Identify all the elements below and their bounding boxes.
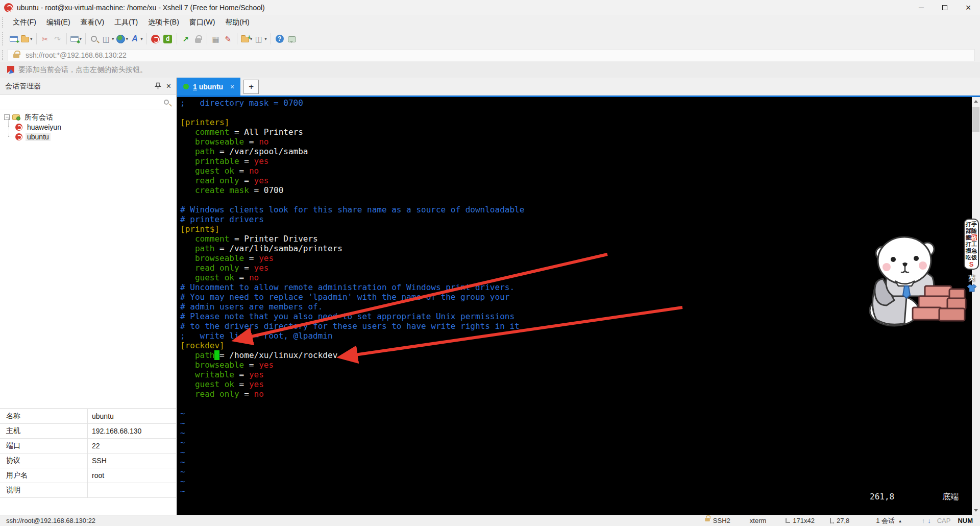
menu-item-5[interactable]: 窗口(W) <box>184 16 220 29</box>
layout-icon[interactable]: ◫▾ <box>101 32 115 46</box>
scroll-down-icon[interactable] <box>972 507 980 515</box>
property-row: 主机192.168.68.130 <box>0 424 176 439</box>
menu-item-4[interactable]: 选项卡(B) <box>143 16 184 29</box>
minimize-button[interactable]: ─ <box>910 0 933 15</box>
session-properties-icon[interactable]: ▾ <box>69 32 83 46</box>
terminal-line: printable = yes <box>180 156 524 166</box>
session-search-input[interactable] <box>3 96 164 108</box>
terminal-line: ~ <box>180 418 524 428</box>
lock-screen-icon <box>195 38 201 43</box>
help-icon: ? <box>276 35 284 43</box>
info-bar: 要添加当前会话，点击左侧的箭头按钮。 <box>0 62 980 78</box>
tree-node-label: huaweiyun <box>26 123 63 131</box>
maximize-button[interactable] <box>933 0 957 15</box>
terminal-line: ~ <box>180 467 524 476</box>
toolbar-separator <box>85 33 86 44</box>
message-icon[interactable] <box>286 32 298 46</box>
terminal-line: # You may need to replace 'lpadmin' with… <box>180 292 524 302</box>
menu-item-3[interactable]: 工具(T) <box>109 16 143 29</box>
terminal-line: # to the drivers directory for these use… <box>180 321 524 331</box>
pin-icon[interactable] <box>155 82 161 90</box>
tab-close-icon[interactable]: × <box>230 83 234 91</box>
property-value[interactable]: ubuntu <box>88 412 176 420</box>
panel-close-icon[interactable]: × <box>166 82 171 91</box>
tree-expander-icon[interactable]: − <box>4 114 10 120</box>
terminal-line: ~ <box>180 486 524 496</box>
menu-item-6[interactable]: 帮助(H) <box>220 16 254 29</box>
maximize-icon <box>942 5 947 10</box>
property-value[interactable]: SSH <box>88 457 176 465</box>
undo-icon: ↷ <box>53 34 62 43</box>
menu-item-2[interactable]: 查看(V) <box>76 16 110 29</box>
xshell-app-icon <box>4 3 13 12</box>
session-manager-title: 会话管理器 <box>5 82 41 91</box>
help-icon[interactable]: ? <box>274 32 286 46</box>
tree-node-all-sessions[interactable]: − 所有会话 <box>0 112 176 122</box>
status-session-count[interactable]: 1 会话 ▴ <box>876 516 901 525</box>
lock-screen-icon[interactable] <box>192 32 204 46</box>
xshell-window: ubuntu - root@xu-virtual-machine: /home/… <box>0 0 980 526</box>
terminal-line: [print$] <box>180 224 524 234</box>
terminal-line: browseable = no <box>180 137 524 147</box>
terminal-line: comment = Printer Drivers <box>180 234 524 244</box>
close-button[interactable]: × <box>957 0 980 15</box>
cut-icon[interactable]: ✂ <box>39 32 52 46</box>
status-cursor-position: 27,8 <box>830 517 849 524</box>
terminal-line: guest ok = yes <box>180 379 524 389</box>
terminal-line: ~ <box>180 409 524 418</box>
font-icon[interactable]: A▾ <box>129 32 144 46</box>
download-arrow-icon: ↓ <box>927 517 931 524</box>
web-browser-icon[interactable]: ▾ <box>115 32 130 46</box>
terminal-line: # admin users are members of. <box>180 302 524 312</box>
find-icon <box>91 36 97 42</box>
terminal-line: path = /var/spool/samba <box>180 147 524 156</box>
chevron-up-icon: ▴ <box>899 518 901 523</box>
new-folder-icon[interactable]: ▾ <box>240 32 254 46</box>
tab-ubuntu[interactable]: 1 ubuntu × <box>177 78 240 95</box>
terminal-line <box>180 399 524 409</box>
compose-pen-icon[interactable]: ✎ <box>222 32 234 46</box>
scrollbar-thumb[interactable] <box>972 107 979 132</box>
open-folder-icon[interactable]: ▾ <box>20 32 34 46</box>
terminal-line: read only = no <box>180 389 524 399</box>
undo-icon[interactable]: ↷ <box>52 32 64 46</box>
toolbar-separator <box>66 33 67 44</box>
property-value[interactable]: root <box>88 471 176 480</box>
search-icon[interactable] <box>164 100 169 105</box>
scroll-up-icon[interactable] <box>972 97 980 105</box>
terminal-scrollbar[interactable] <box>972 97 980 515</box>
tree-node-ubuntu[interactable]: ubuntu <box>15 132 176 141</box>
terminal-line: create mask = 0700 <box>180 185 524 195</box>
new-tab-button[interactable]: + <box>243 80 259 94</box>
cut-icon: ✂ <box>41 34 50 43</box>
property-key: 端口 <box>0 439 88 453</box>
add-session-flag-icon[interactable] <box>7 66 14 74</box>
address-bar: ssh://root:*@192.168.68.130:22 <box>0 48 980 62</box>
fullscreen-icon[interactable]: ↗ <box>180 32 192 46</box>
web-browser-icon <box>116 35 125 43</box>
xshell-icon <box>151 35 160 43</box>
terminal-line: ~ <box>180 457 524 467</box>
terminal[interactable]: ; directory mask = 0700 [printers] comme… <box>177 97 972 515</box>
property-value[interactable]: 22 <box>88 442 176 450</box>
tree-node-label: ubuntu <box>26 133 51 141</box>
terminal-line: read only = yes <box>180 263 524 273</box>
terminal-line: # printer drivers <box>180 214 524 224</box>
menu-item-1[interactable]: 编辑(E) <box>41 16 76 29</box>
new-folder-icon <box>241 37 249 42</box>
tab-arrange-icon[interactable]: ◫▾ <box>253 32 268 46</box>
toolbar-separator <box>36 33 37 44</box>
property-value[interactable]: 192.168.68.130 <box>88 427 176 435</box>
menu-item-0[interactable]: 文件(F) <box>8 16 41 29</box>
session-manager-header: 会话管理器 × <box>0 78 176 95</box>
keyboard-icon[interactable]: ▦ <box>210 32 222 46</box>
status-terminal-type[interactable]: xterm <box>750 517 767 524</box>
connected-status-icon <box>183 84 189 89</box>
address-field[interactable]: ssh://root:*@192.168.68.130:22 <box>8 49 975 61</box>
tree-node-huaweiyun[interactable]: huaweiyun <box>15 122 176 132</box>
xftp-icon[interactable]: d <box>162 32 174 46</box>
xshell-icon[interactable] <box>150 32 162 46</box>
new-terminal-icon[interactable] <box>8 32 20 46</box>
find-icon[interactable] <box>88 32 101 46</box>
tree-node-label: 所有会话 <box>23 113 55 122</box>
